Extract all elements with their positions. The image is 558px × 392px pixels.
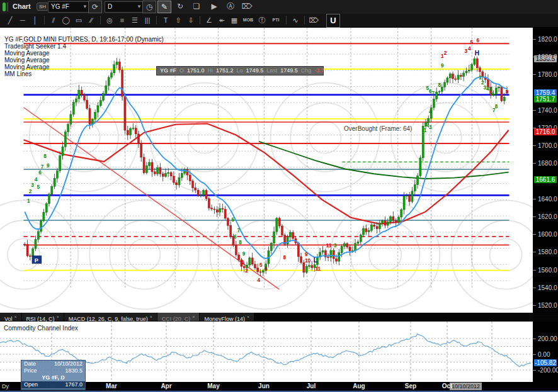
tab-close-icon[interactable]: × [192, 315, 195, 319]
ellipse-tool-icon[interactable]: ◯ [60, 14, 72, 26]
seeker-count: 9 [441, 63, 444, 69]
price-scale[interactable]: 1830.5 1820.01800.01780.01740.01720.0170… [533, 28, 558, 313]
candle-down [506, 90, 508, 93]
tab-close-icon[interactable]: × [57, 315, 59, 319]
cci-scale[interactable]: -105.82 200.000.00-200.00 [533, 322, 558, 382]
forecast-tool-icon[interactable]: ⓕ [256, 14, 268, 26]
price-scale-label: 1560.0 [538, 267, 557, 274]
month-label-mar: Mar [106, 383, 117, 389]
mob-tool-icon[interactable]: MOB [241, 14, 256, 26]
u-logo-icon[interactable]: U [326, 14, 340, 28]
zigzag-tool-icon[interactable]: ∿ [289, 14, 302, 26]
candle-down [189, 175, 191, 181]
price-tick [533, 305, 536, 306]
price-tick [533, 252, 536, 252]
candle-down [127, 130, 128, 135]
study-label: Moving Average [4, 57, 50, 64]
watermark-circle [369, 238, 401, 271]
quote-note-icon[interactable]: ❏ [190, 1, 203, 12]
seeker-count: 6 [491, 91, 494, 97]
candle-up [35, 240, 37, 249]
interval-settings-icon[interactable]: ⟳ [88, 1, 102, 13]
trend-angle-tool-icon[interactable]: ∠ [203, 14, 215, 26]
trendline-tool-icon[interactable]: ╱ [4, 14, 16, 26]
time-template-icon[interactable]: ◷ [142, 1, 156, 13]
fib-time-zones-tool-icon[interactable]: ||| [141, 14, 154, 26]
candle-down [346, 244, 348, 247]
candle-up [355, 244, 356, 250]
candle-down [227, 218, 229, 226]
quote-high: 1751.2 [216, 67, 234, 75]
seeker-count: 8 [43, 154, 47, 159]
seeker-count: 3 [429, 125, 432, 130]
tooltip-open: 1767.0 [65, 381, 83, 388]
horizontal-line-tool-icon[interactable]: ─ [16, 14, 29, 26]
candle-down [251, 258, 253, 264]
tab-close-icon[interactable]: × [247, 315, 249, 319]
candle-up [102, 93, 104, 100]
main-chart-area[interactable]: 8796435215768912564891011113+12345678912… [0, 28, 533, 313]
seeker-count: 4 [486, 86, 489, 92]
candle-up [94, 112, 96, 119]
price-tick [533, 57, 536, 57]
seeker-count: 5 [231, 217, 234, 223]
reload-chart-icon[interactable]: ↻ [174, 1, 186, 12]
text-tool-icon[interactable]: T [159, 14, 172, 26]
candle-up [54, 178, 55, 186]
symbol-combo[interactable]: YG #F▼ [48, 1, 91, 13]
vertical-line-tool-icon[interactable]: │ [29, 14, 42, 26]
candle-up [417, 176, 419, 184]
candle-down [395, 221, 397, 223]
fib-grid-tool-icon[interactable]: ▦ [228, 14, 241, 26]
candle-down [254, 264, 256, 268]
candle-down [162, 174, 164, 177]
interval-combo[interactable]: D▼ [105, 1, 145, 13]
tab-vol[interactable]: Vol× [0, 313, 22, 321]
candle-up [48, 194, 50, 204]
draw-mode-icon[interactable]: ✎ [157, 1, 171, 13]
candle-up [246, 265, 248, 268]
month-label-sep: Sep [405, 383, 416, 389]
candle-down [460, 76, 462, 77]
candle-down [124, 96, 126, 130]
candle-up [37, 232, 39, 240]
candle-up [181, 174, 183, 178]
tab-rsi[interactable]: RSI (14, C)× [22, 313, 64, 321]
ray-tool-icon[interactable]: ↞ [215, 14, 228, 26]
arrow-down-tool-icon[interactable]: ⇩ [185, 14, 197, 26]
toolbar-separator [44, 16, 45, 25]
tab-cci[interactable]: CCI (20, C)× [157, 313, 200, 321]
play-replay-icon[interactable]: ▶ [208, 1, 220, 12]
candle-up [305, 267, 307, 272]
parallel-lines-tool-icon[interactable]: ∕∕ [85, 14, 98, 26]
candle-down [208, 199, 210, 208]
auto-scale-icon[interactable]: Ⓐ [224, 1, 237, 12]
candle-up [149, 162, 151, 165]
fib-retracement-tool-icon[interactable]: ≡ [116, 14, 128, 26]
candle-down [137, 134, 139, 143]
candle-down [259, 272, 261, 272]
rectangle-tool-icon[interactable]: ▭ [72, 14, 85, 26]
candle-up [108, 77, 110, 86]
seeker-count: 5 [37, 184, 40, 190]
erase-drawings-icon[interactable]: ⌦ [241, 1, 253, 12]
pitchfork-tool-icon[interactable]: ⫽ [47, 14, 60, 26]
watermark-circle [451, 200, 533, 309]
tab-close-icon[interactable]: × [150, 315, 152, 319]
arrow-up-tool-icon[interactable]: ⇧ [172, 14, 185, 26]
tab-macd[interactable]: MACD (12, 26, C, 9, false, true)× [64, 313, 157, 321]
candle-up [414, 184, 416, 191]
candle-up [438, 91, 440, 92]
pti-tool-icon[interactable]: PTI [268, 14, 283, 26]
fib-extension-tool-icon[interactable]: ☰ [128, 14, 141, 26]
tab-close-icon[interactable]: × [14, 315, 17, 319]
fib-circles-tool-icon[interactable]: ◎ [103, 14, 116, 26]
eraser-tool-icon[interactable]: ⌦ [307, 14, 320, 26]
seeker-count: 2 [444, 50, 447, 56]
candle-up [387, 222, 389, 226]
tab-moneyflow[interactable]: MoneyFlow (14)× [200, 313, 254, 321]
seeker-count: 1 [242, 260, 245, 266]
candle-down [349, 247, 351, 251]
price-scale-label: 1520.0 [538, 302, 557, 309]
price-tick [533, 199, 536, 199]
